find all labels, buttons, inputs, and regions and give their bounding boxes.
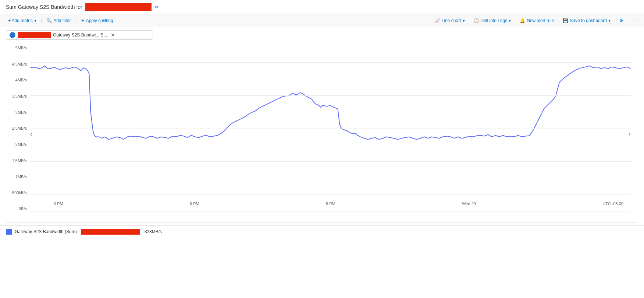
chart-nav-right[interactable]: › xyxy=(629,131,630,137)
title-area: Sum Gateway S2S Bandwidth for ✏ xyxy=(6,3,159,11)
grid-line-3 xyxy=(30,79,631,79)
settings-button[interactable]: ⚙ xyxy=(617,17,626,25)
metric-pill: 🔵 Gateway S2S Bandwi... S... ✕ xyxy=(6,30,153,40)
divider-1: | xyxy=(41,18,42,23)
logs-icon: 📋 xyxy=(474,18,479,23)
save-chevron: ▾ xyxy=(608,18,611,23)
resource-name-redacted xyxy=(85,3,152,11)
apply-splitting-label: Apply splitting xyxy=(86,18,113,23)
splitting-icon: ✦ xyxy=(81,18,85,23)
legend-area: Gateway S2S Bandwidth (Sum) 328MB/s xyxy=(0,225,644,239)
y-label-4mb: 4MB/s xyxy=(6,78,30,82)
chart-container: 5MB/s 4.5MB/s 4MB/s 3.5MB/s 3MB/s 2.5MB/… xyxy=(6,43,638,225)
save-icon: 💾 xyxy=(563,18,568,23)
y-label-3mb: 3MB/s xyxy=(6,110,30,115)
divider-2: | xyxy=(75,18,77,23)
grid-line-10 xyxy=(30,194,631,195)
add-metric-button[interactable]: + Add metric ▾ xyxy=(6,17,39,25)
y-label-1mb: 1MB/s xyxy=(6,175,30,179)
save-to-dashboard-button[interactable]: 💾 Save to dashboard ▾ xyxy=(561,17,613,25)
add-metric-label: + Add metric xyxy=(8,18,33,23)
line-chart-icon: 📈 xyxy=(435,18,440,23)
x-label-wed29: Wed 29 xyxy=(462,201,476,206)
y-label-1-5mb: 1.5MB/s xyxy=(6,158,30,163)
legend-resource-redacted xyxy=(81,229,140,235)
line-chart-label: Line chart xyxy=(442,18,461,23)
metric-pill-label: Gateway S2S Bandwi... S... xyxy=(53,32,107,38)
x-axis: 3 PM 6 PM 9 PM Wed 29 UTC+08:00 xyxy=(54,200,623,211)
x-label-6pm: 6 PM xyxy=(190,201,199,206)
metric-pill-icon: 🔵 xyxy=(9,32,15,38)
y-label-2-5mb: 2.5MB/s xyxy=(6,126,30,130)
y-label-500kb: 500kB/s xyxy=(6,190,30,195)
apply-splitting-button[interactable]: ✦ Apply splitting xyxy=(79,17,115,25)
grid-line-8 xyxy=(30,161,631,162)
grid-lines xyxy=(30,46,631,211)
logs-chevron: ▾ xyxy=(509,18,511,23)
legend-color-swatch xyxy=(6,229,12,235)
save-label: Save to dashboard xyxy=(570,18,607,23)
y-label-2mb: 2MB/s xyxy=(6,142,30,147)
grid-line-9 xyxy=(30,178,631,178)
legend-label: Gateway S2S Bandwidth (Sum) xyxy=(15,229,77,234)
edit-icon[interactable]: ✏ xyxy=(154,4,159,10)
grid-line-5 xyxy=(30,112,631,112)
more-icon: ··· xyxy=(632,18,636,23)
add-metric-chevron: ▾ xyxy=(34,18,36,23)
toolbar: + Add metric ▾ | 🔍 Add filter | ✦ Apply … xyxy=(0,14,644,27)
metric-pill-close-button[interactable]: ✕ xyxy=(111,32,115,38)
new-alert-rule-button[interactable]: 🔔 New alert rule xyxy=(517,17,556,25)
grid-line-4 xyxy=(30,95,631,96)
drill-logs-label: Drill into Logs xyxy=(481,18,508,23)
add-filter-label: Add filter xyxy=(53,18,71,23)
grid-line-1 xyxy=(30,46,631,46)
title-bar: Sum Gateway S2S Bandwidth for ✏ xyxy=(0,0,644,14)
drill-into-logs-button[interactable]: 📋 Drill into Logs ▾ xyxy=(472,17,513,25)
toolbar-right: 📈 Line chart ▾ 📋 Drill into Logs ▾ 🔔 New… xyxy=(433,17,638,25)
y-label-0: 0B/s xyxy=(6,207,30,211)
x-label-timezone: UTC+08:00 xyxy=(602,201,623,206)
grid-line-6 xyxy=(30,129,631,129)
y-axis: 5MB/s 4.5MB/s 4MB/s 3.5MB/s 3MB/s 2.5MB/… xyxy=(6,46,30,211)
x-label-9pm: 9 PM xyxy=(326,201,335,206)
line-chart-chevron: ▾ xyxy=(463,18,465,23)
filter-icon: 🔍 xyxy=(46,18,52,23)
y-label-3-5mb: 3.5MB/s xyxy=(6,94,30,98)
metric-pill-color-swatch xyxy=(18,32,51,38)
grid-line-2 xyxy=(30,62,631,63)
alert-icon: 🔔 xyxy=(520,18,525,23)
add-filter-button[interactable]: 🔍 Add filter xyxy=(44,17,73,25)
y-label-4-5mb: 4.5MB/s xyxy=(6,62,30,66)
chart-plot: 3 PM 6 PM 9 PM Wed 29 UTC+08:00 xyxy=(30,46,631,211)
more-button[interactable]: ··· xyxy=(630,17,638,25)
settings-icon: ⚙ xyxy=(619,18,623,23)
grid-line-11 xyxy=(30,211,631,211)
chart-area: 5MB/s 4.5MB/s 4MB/s 3.5MB/s 3MB/s 2.5MB/… xyxy=(6,46,638,222)
chart-nav-left[interactable]: ‹ xyxy=(30,131,32,137)
line-chart-button[interactable]: 📈 Line chart ▾ xyxy=(433,17,467,25)
title-prefix: Sum Gateway S2S Bandwidth for xyxy=(6,4,82,10)
new-alert-label: New alert rule xyxy=(527,18,554,23)
x-label-3pm: 3 PM xyxy=(54,201,63,206)
y-label-5mb: 5MB/s xyxy=(6,46,30,50)
grid-line-7 xyxy=(30,145,631,145)
toolbar-left: + Add metric ▾ | 🔍 Add filter | ✦ Apply … xyxy=(6,17,115,25)
legend-value: 328MB/s xyxy=(145,229,162,234)
